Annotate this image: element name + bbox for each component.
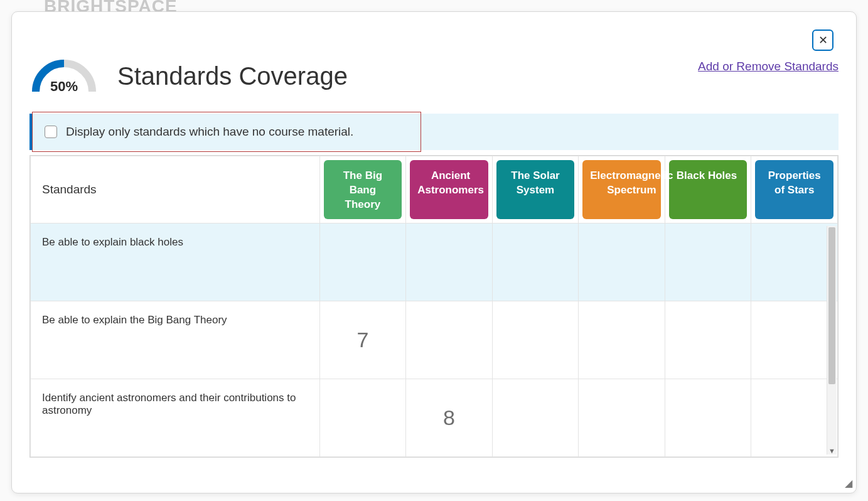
modal-title: Standards Coverage [117, 62, 348, 90]
value-cell[interactable] [665, 379, 751, 457]
value-cell[interactable] [492, 379, 579, 457]
filter-label: Display only standards which have no cou… [66, 125, 353, 139]
value-cell[interactable] [665, 224, 751, 301]
table-row: Be able to explain the Big Bang Theory 7 [31, 301, 838, 379]
topic-label: Ancient Astronomers [417, 169, 484, 198]
close-button[interactable]: ✕ [812, 30, 833, 51]
value-cell[interactable]: 8 [406, 379, 493, 457]
topic-header-1[interactable]: Ancient Astronomers [406, 156, 493, 224]
table-row: Be able to explain black holes [31, 224, 838, 301]
table-scrollbar[interactable]: ▲ ▼ [827, 226, 837, 455]
scroll-down-icon: ▼ [827, 447, 837, 455]
value-cell[interactable] [579, 224, 665, 301]
add-remove-standards-link[interactable]: Add or Remove Standards [698, 60, 839, 73]
value-cell[interactable] [579, 379, 665, 457]
value-cell[interactable]: 7 [319, 301, 406, 379]
standards-column-header: Standards [31, 156, 320, 224]
topic-header-3[interactable]: Electromagnetic Spectrum [579, 156, 665, 224]
topic-header-0[interactable]: The Big Bang Theory [319, 156, 406, 224]
topic-card: Electromagnetic Spectrum [582, 160, 661, 219]
topic-card: Ancient Astronomers [410, 160, 488, 219]
coverage-table: Standards The Big Bang Theory Ancient As… [30, 156, 838, 457]
value-cell[interactable] [751, 224, 838, 301]
standard-cell: Be able to explain black holes [31, 224, 320, 301]
value-cell[interactable] [665, 301, 751, 379]
topic-header-5[interactable]: Properties of Stars [751, 156, 838, 224]
value-cell[interactable] [406, 301, 493, 379]
scroll-thumb[interactable] [828, 227, 835, 384]
close-icon: ✕ [818, 33, 828, 47]
topic-card: The Solar System [496, 160, 575, 219]
coverage-gauge: 50% [29, 57, 99, 95]
value-cell[interactable] [406, 224, 493, 301]
value-cell[interactable] [751, 379, 838, 457]
coverage-table-wrap: Standards The Big Bang Theory Ancient As… [29, 155, 839, 458]
value-cell[interactable] [319, 379, 406, 457]
modal-header: 50% Standards Coverage Add or Remove Sta… [29, 57, 839, 95]
value-cell[interactable] [751, 301, 838, 379]
standards-coverage-modal: ✕ 50% Standards Coverage Add or Remove S… [11, 11, 857, 493]
topic-label: Properties of Stars [763, 169, 826, 198]
coverage-percent-label: 50% [29, 78, 99, 95]
standard-cell: Identify ancient astronomers and their c… [31, 379, 320, 457]
value-cell[interactable] [579, 301, 665, 379]
value-cell[interactable] [319, 224, 406, 301]
topic-card: Properties of Stars [755, 160, 833, 219]
topic-label: The Solar System [504, 169, 567, 198]
value-cell[interactable] [492, 301, 579, 379]
value-cell[interactable] [492, 224, 579, 301]
topic-label: The Big Bang Theory [331, 169, 395, 212]
topic-header-4[interactable]: Black Holes [665, 156, 751, 224]
filter-bar: Display only standards which have no cou… [29, 114, 839, 150]
table-row: Identify ancient astronomers and their c… [31, 379, 838, 457]
topic-label: Electromagnetic Spectrum [590, 169, 673, 198]
topic-card: The Big Bang Theory [324, 160, 402, 219]
topic-card: Black Holes [669, 160, 747, 219]
topic-label: Black Holes [677, 169, 737, 183]
resize-grip-icon[interactable]: ◢ [845, 477, 852, 489]
topic-header-2[interactable]: The Solar System [492, 156, 579, 224]
filter-checkbox[interactable] [45, 126, 57, 138]
standard-cell: Be able to explain the Big Bang Theory [31, 301, 320, 379]
